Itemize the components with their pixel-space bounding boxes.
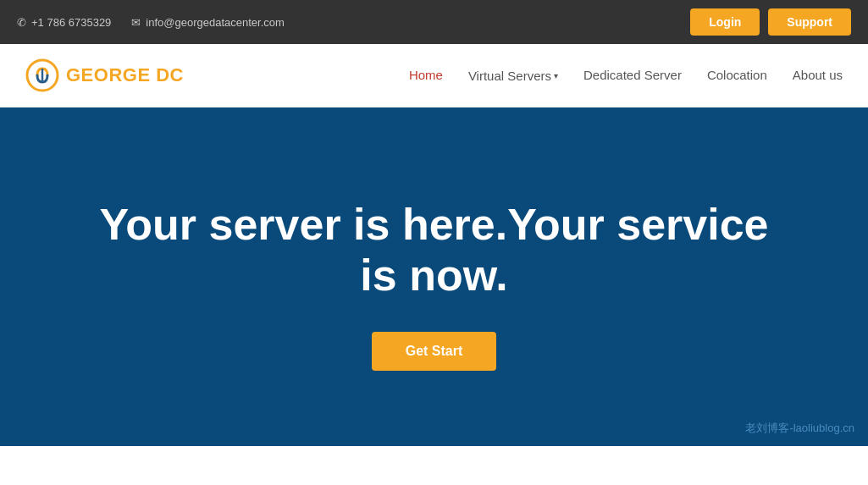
top-bar-actions: Login Support xyxy=(690,8,851,36)
logo[interactable]: GEORGE DC xyxy=(25,58,184,92)
phone-contact: ✆ +1 786 6735329 xyxy=(17,16,111,29)
watermark: 老刘博客-laoliublog.cn xyxy=(745,421,854,436)
nav-item-virtual-servers[interactable]: Virtual Servers ▾ xyxy=(468,69,558,83)
top-bar: ✆ +1 786 6735329 ✉ info@georgedatacenter… xyxy=(0,0,868,44)
logo-text-part1: GEORGE xyxy=(66,64,151,85)
nav-item-colocation[interactable]: Colocation xyxy=(707,68,767,83)
nav-links: Home Virtual Servers ▾ Dedicated Server … xyxy=(409,68,843,83)
get-start-button[interactable]: Get Start xyxy=(372,332,497,371)
support-button[interactable]: Support xyxy=(768,8,851,36)
login-button[interactable]: Login xyxy=(690,8,760,36)
nav-link-about-us[interactable]: About us xyxy=(793,68,843,82)
logo-text-part2: DC xyxy=(151,64,184,85)
nav-link-dedicated-server[interactable]: Dedicated Server xyxy=(583,68,682,82)
nav-link-home[interactable]: Home xyxy=(409,68,443,82)
nav-link-colocation[interactable]: Colocation xyxy=(707,68,767,82)
email-icon: ✉ xyxy=(131,16,141,29)
phone-number: +1 786 6735329 xyxy=(31,16,111,29)
nav-item-dedicated-server[interactable]: Dedicated Server xyxy=(583,68,682,83)
nav-item-about-us[interactable]: About us xyxy=(793,68,843,83)
hero-section: Your server is here.Your service is now.… xyxy=(0,107,868,446)
top-bar-contacts: ✆ +1 786 6735329 ✉ info@georgedatacenter… xyxy=(17,16,285,29)
email-contact: ✉ info@georgedatacenter.com xyxy=(131,16,285,29)
email-address: info@georgedatacenter.com xyxy=(146,16,285,29)
nav-item-home[interactable]: Home xyxy=(409,68,443,83)
logo-text: GEORGE DC xyxy=(66,64,184,86)
nav-dropdown-virtual-servers[interactable]: Virtual Servers ▾ xyxy=(468,69,558,83)
chevron-down-icon: ▾ xyxy=(554,71,558,80)
logo-icon xyxy=(25,58,59,92)
nav-link-virtual-servers[interactable]: Virtual Servers xyxy=(468,69,551,83)
phone-icon: ✆ xyxy=(17,16,26,29)
hero-heading: Your server is here.Your service is now. xyxy=(96,200,773,301)
nav-bar: GEORGE DC Home Virtual Servers ▾ Dedicat… xyxy=(0,44,868,107)
